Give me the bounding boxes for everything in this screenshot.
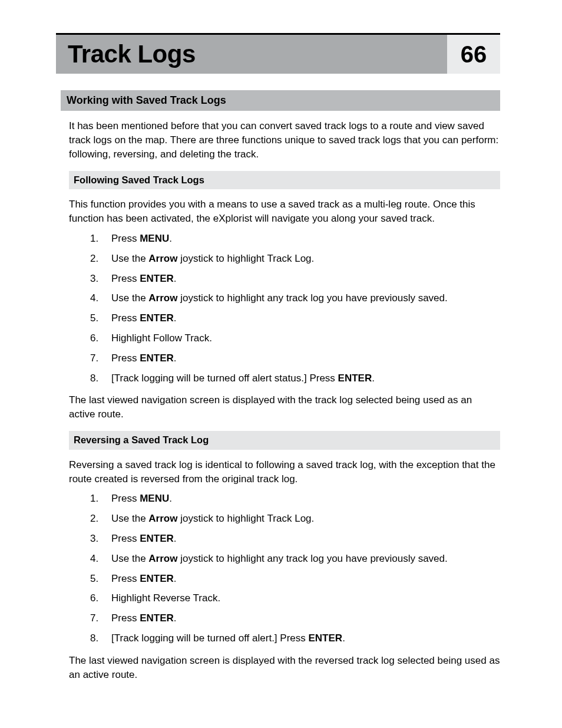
step-number: 7. xyxy=(90,611,111,625)
step-text: Highlight Reverse Track. xyxy=(111,591,500,605)
page-title: Track Logs xyxy=(68,37,196,72)
list-item: 6. Highlight Follow Track. xyxy=(90,331,500,345)
step-number: 5. xyxy=(90,572,111,586)
step-number: 6. xyxy=(90,331,111,345)
subsection-outro: The last viewed navigation screen is dis… xyxy=(69,393,500,421)
list-item: 8. [Track logging will be turned off ale… xyxy=(90,371,500,386)
step-number: 6. xyxy=(90,591,111,605)
step-number: 8. xyxy=(90,631,111,645)
section-heading-text: Working with Saved Track Logs xyxy=(67,94,226,106)
step-number: 2. xyxy=(90,512,111,526)
step-text: Press ENTER. xyxy=(111,572,500,586)
step-text: Highlight Follow Track. xyxy=(111,331,500,345)
list-item: 8. [Track logging will be turned off ale… xyxy=(90,631,500,645)
list-item: 6. Highlight Reverse Track. xyxy=(90,591,500,605)
list-item: 4. Use the Arrow joystick to highlight a… xyxy=(90,291,500,305)
subsection-intro: Reversing a saved track log is identical… xyxy=(69,458,500,486)
step-text: Use the Arrow joystick to highlight any … xyxy=(111,291,500,305)
step-text: Use the Arrow joystick to highlight any … xyxy=(111,552,500,566)
step-text: Press ENTER. xyxy=(111,351,500,365)
step-text: Press MENU. xyxy=(111,492,500,506)
page-number-box: 66 xyxy=(447,35,500,74)
step-number: 5. xyxy=(90,311,111,325)
steps-list: 1. Press MENU. 2. Use the Arrow joystick… xyxy=(69,232,500,385)
step-number: 3. xyxy=(90,532,111,546)
step-number: 3. xyxy=(90,272,111,286)
subsection-heading: Following Saved Track Logs xyxy=(69,171,500,190)
list-item: 7. Press ENTER. xyxy=(90,611,500,625)
subsection-heading: Reversing a Saved Track Log xyxy=(69,431,500,450)
step-text: [Track logging will be turned off alert.… xyxy=(111,631,500,645)
list-item: 3. Press ENTER. xyxy=(90,532,500,546)
step-number: 1. xyxy=(90,232,111,246)
step-text: Press MENU. xyxy=(111,232,500,246)
list-item: 3. Press ENTER. xyxy=(90,272,500,286)
step-text: Press ENTER. xyxy=(111,532,500,546)
step-text: Press ENTER. xyxy=(111,272,500,286)
step-text: Press ENTER. xyxy=(111,311,500,325)
list-item: 2. Use the Arrow joystick to highlight T… xyxy=(90,252,500,266)
step-number: 4. xyxy=(90,291,111,305)
steps-list: 1. Press MENU. 2. Use the Arrow joystick… xyxy=(69,492,500,645)
step-text: [Track logging will be turned off alert … xyxy=(111,371,500,386)
list-item: 4. Use the Arrow joystick to highlight a… xyxy=(90,552,500,566)
subsection-intro: This function provides you with a means … xyxy=(69,197,500,226)
page-number: 66 xyxy=(461,38,487,71)
step-number: 1. xyxy=(90,492,111,506)
list-item: 1. Press MENU. xyxy=(90,232,500,246)
step-text: Use the Arrow joystick to highlight Trac… xyxy=(111,512,500,526)
step-text: Press ENTER. xyxy=(111,611,500,625)
section-intro: It has been mentioned before that you ca… xyxy=(69,119,500,161)
subsection-heading-text: Reversing a Saved Track Log xyxy=(74,434,209,445)
header-title: Track Logs xyxy=(56,35,447,74)
header-bar: Track Logs 66 xyxy=(56,35,500,74)
subsection-outro: The last viewed navigation screen is dis… xyxy=(69,654,500,682)
list-item: 2. Use the Arrow joystick to highlight T… xyxy=(90,512,500,526)
page: Track Logs 66 Working with Saved Track L… xyxy=(0,0,562,717)
list-item: 5. Press ENTER. xyxy=(90,572,500,586)
list-item: 7. Press ENTER. xyxy=(90,351,500,365)
list-item: 1. Press MENU. xyxy=(90,492,500,506)
step-number: 7. xyxy=(90,351,111,365)
section-heading: Working with Saved Track Logs xyxy=(61,90,500,111)
step-text: Use the Arrow joystick to highlight Trac… xyxy=(111,252,500,266)
subsection-heading-text: Following Saved Track Logs xyxy=(74,174,204,185)
list-item: 5. Press ENTER. xyxy=(90,311,500,325)
step-number: 8. xyxy=(90,371,111,386)
step-number: 2. xyxy=(90,252,111,266)
step-number: 4. xyxy=(90,552,111,566)
